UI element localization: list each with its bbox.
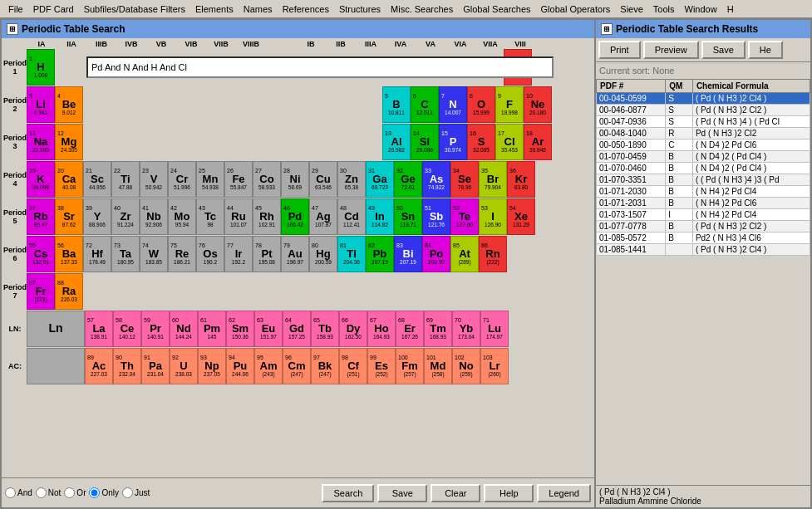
- element-Ho[interactable]: 67Ho164.93: [367, 311, 396, 347]
- element-P[interactable]: 15P30.974: [439, 124, 467, 160]
- menu-misc[interactable]: Misc. Searches: [386, 2, 458, 16]
- element-Ca[interactable]: 20Ca40.08: [55, 161, 83, 198]
- col-pdf[interactable]: PDF #: [597, 80, 666, 93]
- table-row[interactable]: 00-046-0877 S ( Pd ( N H3 )2 Cl2 ): [597, 105, 810, 116]
- element-Dy[interactable]: 66Dy162.50: [339, 311, 367, 347]
- table-row[interactable]: 00-047-0936 S ( Pd ( N H3 )4 ) ( Pd Cl: [597, 116, 810, 128]
- element-O[interactable]: 8O15.999: [467, 86, 495, 123]
- element-Si[interactable]: 14Si28.086: [411, 124, 439, 160]
- menu-global-searches[interactable]: Global Searches: [458, 2, 535, 16]
- element-Ti[interactable]: 22Ti47.88: [111, 161, 140, 198]
- element-F[interactable]: 9F18.998: [495, 86, 524, 123]
- element-Al[interactable]: 13Al26.982: [382, 124, 411, 160]
- clear-button[interactable]: Clear: [431, 484, 480, 502]
- element-Xe[interactable]: 54Xe131.29: [507, 198, 535, 235]
- element-Sb[interactable]: 51Sb121.76: [422, 198, 450, 235]
- element-Os[interactable]: 76Os190.2: [196, 236, 224, 272]
- element-Zn[interactable]: 30Zn65.38: [337, 161, 366, 198]
- legend-button[interactable]: Legend: [537, 484, 591, 502]
- element-Sm[interactable]: 62Sm150.36: [226, 311, 254, 347]
- table-row[interactable]: 01-085-1441 ( Pd ( N H3 )2 Cl4 ): [597, 244, 810, 256]
- element-Zr[interactable]: 40Zr91.224: [111, 198, 140, 235]
- element-Am[interactable]: 95Am(243): [254, 348, 283, 384]
- element-Y[interactable]: 39Y88.906: [83, 198, 111, 235]
- element-Te[interactable]: 52Te127.60: [450, 198, 479, 235]
- element-Md[interactable]: 101Md(258): [424, 348, 452, 384]
- element-Lr[interactable]: 103Lr(260): [480, 348, 509, 384]
- search-button[interactable]: Search: [322, 484, 374, 502]
- table-row[interactable]: 01-077-0778 B ( Pd ( N H3 )2 Cl2 ): [597, 221, 810, 232]
- table-row[interactable]: 01-070-0459 B ( N D4 )2 ( Pd Cl4 ): [597, 151, 810, 163]
- element-Rb[interactable]: 37Rb85.47: [27, 198, 55, 235]
- menu-global-operators[interactable]: Global Operators: [536, 2, 616, 16]
- element-Np[interactable]: 93Np237.05: [198, 348, 226, 384]
- element-Ce[interactable]: 58Ce140.12: [113, 311, 141, 347]
- element-Cr[interactable]: 24Cr51.996: [168, 161, 196, 198]
- element-Br[interactable]: 35Br79.904: [479, 161, 507, 198]
- element-Li[interactable]: 3Li6.941: [27, 86, 55, 123]
- menu-h[interactable]: H: [722, 2, 739, 16]
- element-Ar[interactable]: 18Ar39.948: [524, 124, 552, 160]
- element-Pb[interactable]: 82Pb207.19: [366, 236, 394, 272]
- element-Nb[interactable]: 41Nb92.906: [140, 198, 168, 235]
- element-Mn[interactable]: 25Mn54.938: [196, 161, 224, 198]
- element-Rn[interactable]: 86Rn(222): [479, 236, 507, 272]
- menu-sieve[interactable]: Sieve: [615, 2, 648, 16]
- element-As[interactable]: 33As74.922: [422, 161, 450, 198]
- element-Ba[interactable]: 56Ba137.33: [55, 236, 83, 272]
- element-I[interactable]: 53I126.90: [479, 198, 507, 235]
- results-table-container[interactable]: PDF # QM Chemical Formula 00-045-0599 S …: [596, 79, 810, 485]
- table-row[interactable]: 01-070-3351 B ( ( Pd ( N H3 )4 )3 ( Pd: [597, 174, 810, 186]
- print-button[interactable]: Print: [598, 41, 641, 59]
- element-Cf[interactable]: 98Cf(251): [339, 348, 367, 384]
- table-row[interactable]: 01-073-1507 I ( N H4 )2 Pd Cl4: [597, 209, 810, 221]
- element-Bi[interactable]: 83Bi207.19: [394, 236, 422, 272]
- element-Co[interactable]: 27Co58.933: [253, 161, 281, 198]
- element-Re[interactable]: 75Re186.21: [168, 236, 196, 272]
- element-H[interactable]: 1H1.008: [27, 49, 55, 86]
- element-W[interactable]: 74W183.85: [140, 236, 168, 272]
- results-save-button[interactable]: Save: [701, 41, 746, 59]
- element-Pu[interactable]: 94Pu244.06: [226, 348, 254, 384]
- element-Sn[interactable]: 50Sn118.71: [394, 198, 422, 235]
- table-row[interactable]: 01-085-0572 B Pd2 ( N H3 )4 Cl6: [597, 232, 810, 244]
- col-qm[interactable]: QM: [666, 80, 693, 93]
- he-button[interactable]: He: [748, 41, 783, 59]
- menu-references[interactable]: References: [278, 2, 334, 16]
- element-Ln[interactable]: Ln: [27, 311, 85, 347]
- menu-pdf-card[interactable]: PDF Card: [28, 2, 79, 16]
- radio-not[interactable]: Not: [36, 487, 62, 498]
- element-Pd[interactable]: 46Pd106.42: [281, 198, 309, 235]
- element-Rh[interactable]: 45Rh102.91: [253, 198, 281, 235]
- element-Th[interactable]: 90Th232.04: [113, 348, 141, 384]
- element-Pr[interactable]: 59Pr140.91: [141, 311, 170, 347]
- element-B[interactable]: 5B10.811: [382, 86, 411, 123]
- menu-window[interactable]: Window: [680, 2, 722, 16]
- element-Po[interactable]: 84Po200.90: [422, 236, 450, 272]
- menu-structures[interactable]: Structures: [334, 2, 386, 16]
- element-Tm[interactable]: 69Tm168.93: [424, 311, 452, 347]
- radio-only[interactable]: Only: [89, 487, 119, 498]
- element-Pt[interactable]: 78Pt195.08: [253, 236, 281, 272]
- element-Ne[interactable]: 10Ne20.180: [524, 86, 552, 123]
- table-row[interactable]: 00-050-1890 C ( N D4 )2 Pd Cl6: [597, 139, 810, 151]
- element-Ac[interactable]: 89Ac227.03: [85, 348, 113, 384]
- table-row[interactable]: 00-045-0599 S ( Pd ( N H3 )2 Cl4 ): [597, 93, 810, 105]
- preview-button[interactable]: Preview: [643, 41, 699, 59]
- menu-elements[interactable]: Elements: [190, 2, 239, 16]
- element-Cs[interactable]: 55Cs132.91: [27, 236, 55, 272]
- element-Cm[interactable]: 96Cm(247): [283, 348, 311, 384]
- element-Se[interactable]: 34Se78.96: [450, 161, 479, 198]
- element-In[interactable]: 49In114.82: [366, 198, 394, 235]
- help-button[interactable]: Help: [484, 484, 534, 502]
- menu-tools[interactable]: Tools: [648, 2, 680, 16]
- element-Na[interactable]: 11Na22.990: [27, 124, 55, 160]
- element-Cu[interactable]: 29Cu63.546: [309, 161, 337, 198]
- radio-and[interactable]: And: [5, 487, 32, 498]
- element-K[interactable]: 19K39.098: [27, 161, 55, 198]
- element-Ge[interactable]: 32Ge72.61: [394, 161, 422, 198]
- element-Mo[interactable]: 42Mo95.94: [168, 198, 196, 235]
- table-row[interactable]: 00-048-1040 R Pd ( N H3 )2 Cl2: [597, 128, 810, 139]
- element-Fm[interactable]: 100Fm(257): [396, 348, 424, 384]
- element-Ac-group[interactable]: [27, 348, 85, 384]
